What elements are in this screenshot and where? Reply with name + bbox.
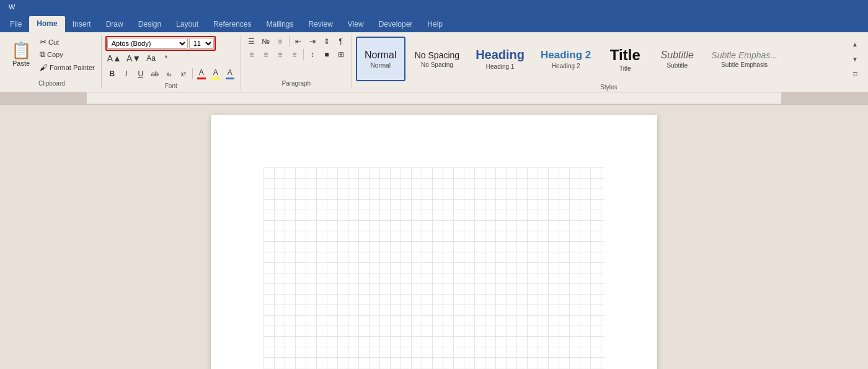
tab-layout[interactable]: Layout xyxy=(169,16,206,32)
increase-font-size-button[interactable]: A▲ xyxy=(105,53,123,64)
paste-button[interactable]: 📋 Paste xyxy=(6,36,36,73)
paragraph-group-label: Paragraph xyxy=(241,80,352,87)
para-divider1 xyxy=(289,36,290,47)
tab-developer[interactable]: Developer xyxy=(371,16,420,32)
bullets-button[interactable]: ☰ xyxy=(245,36,259,47)
sort-button[interactable]: ⇕ xyxy=(320,36,334,47)
line-spacing-button[interactable]: ↕ xyxy=(306,49,319,60)
clipboard-group-label: Clipboard xyxy=(2,80,101,87)
styles-group-label: Styles xyxy=(352,84,866,91)
menu-bar: W xyxy=(0,0,868,14)
style-normal-label: Normal xyxy=(371,62,391,69)
clear-formatting-button[interactable]: * xyxy=(159,53,173,64)
style-subtle-emphasis[interactable]: Subtle Emphas... Subtle Emphasis xyxy=(704,37,784,81)
strikethrough-button[interactable]: ab xyxy=(148,69,162,79)
text-color-button[interactable]: A xyxy=(223,67,237,81)
font-size-adjust-row: A▲ A▼ Aa * xyxy=(105,53,173,64)
superscript-button[interactable]: x² xyxy=(177,69,190,79)
tab-insert[interactable]: Insert xyxy=(65,16,99,32)
paragraph-group: ☰ № ≡ ⇤ ⇥ ⇕ ¶ ≡ ≡ ≡ ≡ ↕ ■ ⊞ Paragraph xyxy=(241,35,352,88)
tab-file[interactable]: File xyxy=(2,16,29,32)
align-right-button[interactable]: ≡ xyxy=(273,49,287,60)
increase-indent-button[interactable]: ⇥ xyxy=(306,36,319,47)
page-grid-content xyxy=(264,167,604,369)
styles-scroll-buttons: ▲ ▼ ☲ xyxy=(848,36,862,82)
styles-scroll-up[interactable]: ▲ xyxy=(849,37,861,51)
highlight-color-button[interactable]: A xyxy=(209,67,223,81)
tab-draw[interactable]: Draw xyxy=(99,16,131,32)
format-painter-icon: 🖌 xyxy=(40,63,48,72)
style-heading2[interactable]: Heading 2 Heading 2 xyxy=(534,37,598,81)
list-row: ☰ № ≡ ⇤ ⇥ ⇕ ¶ xyxy=(245,36,348,47)
subscript-button[interactable]: x₂ xyxy=(162,69,176,79)
tab-mailings[interactable]: Mailings xyxy=(259,16,301,32)
ribbon: 📋 Paste ✂ Cut ⧉ Copy 🖌 Format Painter Cl… xyxy=(0,32,868,92)
copy-button[interactable]: ⧉ Copy xyxy=(37,48,97,61)
cut-button[interactable]: ✂ Cut xyxy=(37,36,97,48)
style-normal[interactable]: Normal Normal xyxy=(356,37,405,81)
font-divider xyxy=(192,68,193,79)
shading-button[interactable]: ■ xyxy=(320,49,334,60)
italic-button[interactable]: I xyxy=(120,68,133,79)
font-format-row: B I U ab x₂ x² A A A xyxy=(105,67,237,81)
font-group: Aptos (Body) 11 8910 121416 182436 A▲ A▼… xyxy=(102,35,241,91)
clipboard-group: 📋 Paste ✂ Cut ⧉ Copy 🖌 Format Painter Cl… xyxy=(2,35,102,88)
copy-icon: ⧉ xyxy=(40,50,45,60)
justify-button[interactable]: ≡ xyxy=(288,49,301,60)
style-title-label: Title xyxy=(619,65,631,72)
ruler-main xyxy=(87,92,781,105)
tab-help[interactable]: Help xyxy=(420,16,450,32)
styles-scroll-area: Normal Normal No Spacing No Spacing Head… xyxy=(356,37,848,81)
style-title[interactable]: Title Title xyxy=(600,37,650,81)
tab-home[interactable]: Home xyxy=(29,16,64,32)
show-formatting-button[interactable]: ¶ xyxy=(334,36,348,47)
paste-icon: 📋 xyxy=(11,42,31,58)
styles-group: Normal Normal No Spacing No Spacing Head… xyxy=(352,35,866,92)
page[interactable] xyxy=(211,115,657,369)
highlight-color-icon: A xyxy=(211,68,220,79)
para-divider2 xyxy=(303,49,304,60)
style-nospacing-preview: No Spacing xyxy=(415,50,459,60)
format-painter-label: Format Painter xyxy=(50,64,95,71)
format-painter-button[interactable]: 🖌 Format Painter xyxy=(37,61,97,73)
text-color-icon: A xyxy=(226,68,234,79)
tab-view[interactable]: View xyxy=(340,16,371,32)
font-name-select[interactable]: Aptos (Body) xyxy=(107,38,188,49)
font-selector-row: Aptos (Body) 11 8910 121416 182436 xyxy=(105,36,216,51)
paste-label: Paste xyxy=(12,60,30,67)
style-nospacing-label: No Spacing xyxy=(421,61,453,68)
change-case-button[interactable]: Aa xyxy=(144,53,158,64)
numbering-button[interactable]: № xyxy=(259,36,273,47)
bold-button[interactable]: B xyxy=(105,68,119,79)
style-subtitle-label: Subtitle xyxy=(667,62,688,69)
multilevel-list-button[interactable]: ≡ xyxy=(273,36,287,47)
style-heading1[interactable]: Heading Heading 1 xyxy=(469,37,531,81)
styles-scroll-down[interactable]: ▼ xyxy=(849,52,861,66)
ruler xyxy=(0,92,868,105)
style-title-preview: Title xyxy=(610,47,640,64)
style-heading2-preview: Heading 2 xyxy=(541,49,591,61)
app-icon: W xyxy=(5,3,19,11)
style-subtle-preview: Subtle Emphas... xyxy=(711,50,777,60)
style-subtitle-preview: Subtitle xyxy=(661,50,694,61)
align-center-button[interactable]: ≡ xyxy=(259,49,273,60)
borders-button[interactable]: ⊞ xyxy=(334,49,348,60)
font-group-label: Font xyxy=(102,82,241,89)
align-row: ≡ ≡ ≡ ≡ ↕ ■ ⊞ xyxy=(245,49,348,60)
underline-button[interactable]: U xyxy=(134,68,148,79)
styles-expand[interactable]: ☲ xyxy=(849,67,861,81)
tab-review[interactable]: Review xyxy=(301,16,340,32)
font-size-select[interactable]: 11 8910 121416 182436 xyxy=(189,38,214,49)
style-subtle-label: Subtle Emphasis xyxy=(721,61,768,68)
align-left-button[interactable]: ≡ xyxy=(245,49,259,60)
style-no-spacing[interactable]: No Spacing No Spacing xyxy=(408,37,466,81)
copy-label: Copy xyxy=(47,51,63,58)
tab-references[interactable]: References xyxy=(206,16,259,32)
decrease-font-size-button[interactable]: A▼ xyxy=(125,53,143,64)
decrease-indent-button[interactable]: ⇤ xyxy=(291,36,305,47)
cut-icon: ✂ xyxy=(40,37,46,47)
style-heading1-preview: Heading xyxy=(476,48,525,62)
font-color-button[interactable]: A xyxy=(195,67,208,81)
tab-design[interactable]: Design xyxy=(131,16,169,32)
style-subtitle[interactable]: Subtitle Subtitle xyxy=(652,37,702,81)
